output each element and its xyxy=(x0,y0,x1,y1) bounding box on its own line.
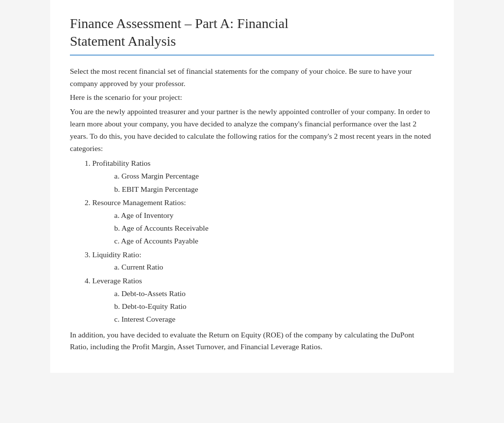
list-item: a. Gross Margin Percentage xyxy=(114,170,434,182)
list-item: a. Debt-to-Assets Ratio xyxy=(114,287,434,300)
list-item: b. EBIT Margin Percentage xyxy=(114,183,434,196)
list-item: b. Debt-to-Equity Ratio xyxy=(114,300,434,313)
category-1: 1. Profitability Ratios a. Gross Margin … xyxy=(85,157,434,195)
item-2b: b. Age of Accounts Receivable xyxy=(114,224,209,232)
category-3: 3. Liquidity Ratio: a. Current Ratio xyxy=(85,249,434,274)
intro-para1: Select the most recent financial set of … xyxy=(70,65,434,90)
item-4a: a. Debt-to-Assets Ratio xyxy=(114,289,186,298)
title-line2: Statement Analysis xyxy=(70,33,176,49)
page-container: Finance Assessment – Part A: Financial S… xyxy=(50,0,454,373)
category-4-label: 4. Leverage Ratios xyxy=(85,276,142,285)
item-2c: c. Age of Accounts Payable xyxy=(114,237,198,245)
category-2-label: 2. Resource Management Ratios: xyxy=(85,198,186,207)
list-item: a. Age of Inventory xyxy=(114,209,434,222)
list-item: a. Current Ratio xyxy=(114,261,434,273)
category-2-items: a. Age of Inventory b. Age of Accounts R… xyxy=(114,209,434,248)
list-item: c. Interest Coverage xyxy=(114,313,434,326)
title-line1: Finance Assessment – Part A: Financial xyxy=(70,16,288,31)
item-4c: c. Interest Coverage xyxy=(114,315,175,323)
main-title: Finance Assessment – Part A: Financial S… xyxy=(70,15,434,51)
title-divider xyxy=(70,55,434,56)
item-3a: a. Current Ratio xyxy=(114,263,163,271)
category-3-label: 3. Liquidity Ratio: xyxy=(85,250,141,259)
categories-list: 1. Profitability Ratios a. Gross Margin … xyxy=(85,157,434,326)
item-1b: b. EBIT Margin Percentage xyxy=(114,185,198,193)
item-4b: b. Debt-to-Equity Ratio xyxy=(114,302,187,310)
list-item: b. Age of Accounts Receivable xyxy=(114,222,434,235)
category-1-label: 1. Profitability Ratios xyxy=(85,159,151,167)
title-section: Finance Assessment – Part A: Financial S… xyxy=(70,15,434,56)
category-4: 4. Leverage Ratios a. Debt-to-Assets Rat… xyxy=(85,275,434,326)
category-3-items: a. Current Ratio xyxy=(114,261,434,273)
item-1a: a. Gross Margin Percentage xyxy=(114,172,199,180)
intro-para3: You are the newly appointed treasurer an… xyxy=(70,106,434,154)
category-2: 2. Resource Management Ratios: a. Age of… xyxy=(85,197,434,248)
content-section: Select the most recent financial set of … xyxy=(70,65,434,353)
closing-paragraph: In addition, you have decided to evaluat… xyxy=(70,329,434,354)
item-2a: a. Age of Inventory xyxy=(114,211,174,219)
category-4-items: a. Debt-to-Assets Ratio b. Debt-to-Equit… xyxy=(114,287,434,326)
intro-para2: Here is the scenario for your project: xyxy=(70,91,434,104)
list-item: c. Age of Accounts Payable xyxy=(114,235,434,247)
category-1-items: a. Gross Margin Percentage b. EBIT Margi… xyxy=(114,170,434,196)
